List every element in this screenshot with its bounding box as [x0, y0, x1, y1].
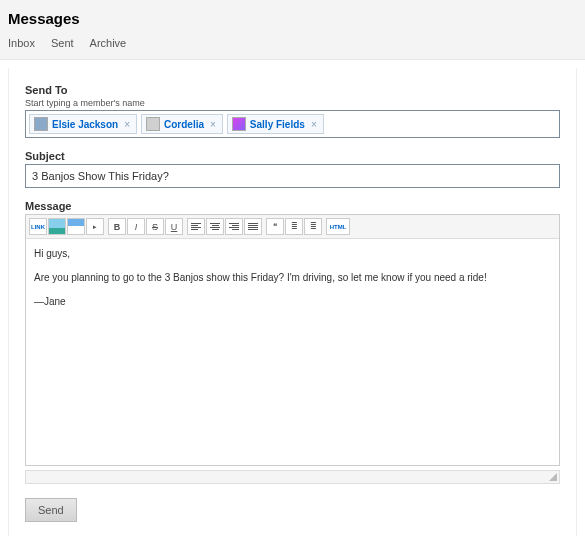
sendto-input[interactable]: Elsie Jackson × Cordelia × Sally Fields …: [25, 110, 560, 138]
toolbar-align-justify-button[interactable]: [244, 218, 262, 235]
tab-archive[interactable]: Archive: [90, 37, 127, 49]
body-line: Hi guys,: [34, 247, 551, 261]
editor-resize-bar[interactable]: [25, 470, 560, 484]
toolbar-image-button[interactable]: [48, 218, 66, 235]
recipient-name[interactable]: Elsie Jackson: [52, 119, 118, 130]
toolbar-align-right-button[interactable]: [225, 218, 243, 235]
message-body[interactable]: Hi guys, Are you planning to go to the 3…: [26, 239, 559, 465]
body-line: —Jane: [34, 295, 551, 309]
toolbar-ol-button[interactable]: ≣: [304, 218, 322, 235]
avatar-icon: [232, 117, 246, 131]
toolbar-video-button[interactable]: [86, 218, 104, 235]
toolbar-media-button[interactable]: [67, 218, 85, 235]
tabs: Inbox Sent Archive: [8, 37, 577, 59]
remove-recipient-icon[interactable]: ×: [122, 119, 132, 130]
page-title: Messages: [8, 10, 577, 27]
recipient-name[interactable]: Cordelia: [164, 119, 204, 130]
toolbar-italic-button[interactable]: I: [127, 218, 145, 235]
toolbar-strike-button[interactable]: S: [146, 218, 164, 235]
body-line: Are you planning to go to the 3 Banjos s…: [34, 271, 551, 285]
subject-label: Subject: [25, 150, 560, 162]
tab-sent[interactable]: Sent: [51, 37, 74, 49]
sendto-label: Send To: [25, 84, 560, 96]
avatar-icon: [34, 117, 48, 131]
remove-recipient-icon[interactable]: ×: [208, 119, 218, 130]
subject-input[interactable]: [25, 164, 560, 188]
sendto-hint: Start typing a member's name: [25, 98, 560, 108]
editor-toolbar: LINK B I S U ❝ ≣ ≣: [26, 215, 559, 239]
resize-grip-icon[interactable]: [549, 473, 557, 481]
recipient-chip: Cordelia ×: [141, 114, 223, 134]
toolbar-quote-button[interactable]: ❝: [266, 218, 284, 235]
toolbar-align-left-button[interactable]: [187, 218, 205, 235]
remove-recipient-icon[interactable]: ×: [309, 119, 319, 130]
toolbar-bold-button[interactable]: B: [108, 218, 126, 235]
recipient-name[interactable]: Sally Fields: [250, 119, 305, 130]
toolbar-align-center-button[interactable]: [206, 218, 224, 235]
toolbar-ul-button[interactable]: ≣: [285, 218, 303, 235]
message-label: Message: [25, 200, 560, 212]
compose-form: Send To Start typing a member's name Els…: [8, 68, 577, 536]
recipient-chip: Sally Fields ×: [227, 114, 324, 134]
recipient-chip: Elsie Jackson ×: [29, 114, 137, 134]
send-button[interactable]: Send: [25, 498, 77, 522]
header: Messages Inbox Sent Archive: [0, 0, 585, 60]
tab-inbox[interactable]: Inbox: [8, 37, 35, 49]
message-editor: LINK B I S U ❝ ≣ ≣: [25, 214, 560, 466]
toolbar-underline-button[interactable]: U: [165, 218, 183, 235]
avatar-icon: [146, 117, 160, 131]
toolbar-html-button[interactable]: HTML: [326, 218, 350, 235]
toolbar-link-button[interactable]: LINK: [29, 218, 47, 235]
